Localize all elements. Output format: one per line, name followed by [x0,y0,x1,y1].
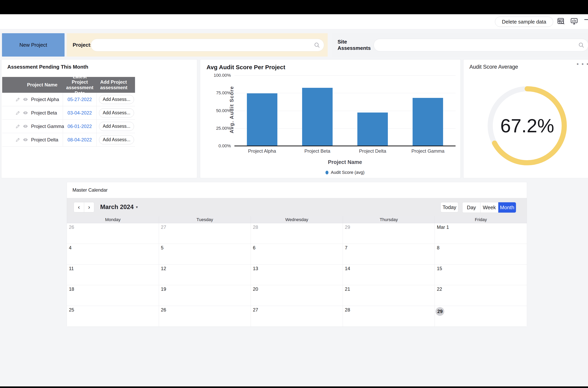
legend-dot-icon [325,171,328,174]
calendar-day-cell[interactable]: 19 [159,285,251,306]
view-icon[interactable] [23,123,28,129]
chevron-down-icon: ▾ [136,205,138,209]
view-icon[interactable] [23,110,28,116]
day-header: Monday [67,216,159,223]
calendar-day-cell[interactable]: 20 [251,285,343,306]
y-tick-label: 100.00% [199,73,231,78]
projects-search-input[interactable] [91,39,324,51]
calendar-month-selector[interactable]: March 2024 ▾ [100,198,138,216]
calendar-day-cell[interactable]: 21 [343,285,435,306]
y-tick-label: 25.00% [199,126,231,131]
calendar-day-cell[interactable]: 4 [67,244,159,265]
data-grid-search-icon[interactable] [557,17,565,26]
y-tick-label: 0.00% [199,143,231,148]
site-assessments-search-input[interactable] [374,39,588,51]
assessment-date-link[interactable]: 08-04-2022 [63,133,97,146]
new-project-button[interactable]: New Project [2,33,65,57]
table-row: Project Alpha05-27-2022Add Assess... [2,93,135,106]
projects-search-panel: Projects [67,33,328,57]
today-marker: 29 [436,307,444,316]
calendar-day-cell[interactable]: 29 [343,223,435,244]
calendar-day-cell[interactable]: 7 [343,244,435,265]
calendar-day-cell[interactable]: 18 [67,285,159,306]
calendar-day-cell[interactable]: 28 [251,223,343,244]
chart-plot-area: 0.00%25.00%50.00%75.00%100.00% Project A… [234,75,455,146]
card-title: Assessment Pending This Month [7,64,88,70]
project-name: Project Gamma [31,123,64,129]
analytics-board-icon[interactable] [570,17,579,26]
calendar-day-cell[interactable]: 26 [159,306,251,326]
calendar-day-cell[interactable]: 27 [251,306,343,326]
column-header-latest-date: Latest Project assessment Date [63,77,97,93]
bar-project-gamma [413,98,443,146]
next-month-button[interactable]: › [84,202,94,212]
view-month-button[interactable]: Month [498,202,516,213]
day-header: Thursday [343,216,435,223]
day-header: Tuesday [159,216,251,223]
calendar-day-cell[interactable]: 5 [159,244,251,265]
add-assessment-button[interactable]: Add Assess... [99,108,134,118]
app-root: Delete sample data New Project [0,0,588,388]
prev-month-button[interactable]: ‹ [74,202,84,212]
month-label: March 2024 [100,203,134,211]
add-assessment-button[interactable]: Add Assess... [99,122,134,131]
calendar-day-cell[interactable]: 28 [343,306,435,326]
audit-score-average-card: • • • Audit Score Average 67.2% [463,59,588,178]
edit-icon[interactable] [15,97,21,102]
column-header-project-name: Project Name [2,77,63,93]
view-week-button[interactable]: Week [480,202,498,213]
calendar-day-cell[interactable]: 12 [159,265,251,285]
master-calendar-card: Master Calendar ‹ › March 2024 ▾ Today D… [67,182,527,327]
search-icon [314,42,320,48]
table-row: Project Beta03-04-2022Add Assess... [2,106,135,120]
edit-icon[interactable] [15,110,21,116]
chart-x-axis-line [234,146,455,146]
calendar-day-cell[interactable]: 29 [435,306,527,326]
gauge-title: Audit Score Average [469,64,518,70]
calendar-title: Master Calendar [73,187,107,193]
view-icon[interactable] [23,97,28,102]
edit-icon[interactable] [15,137,21,142]
calendar-day-cell[interactable]: 13 [251,265,343,285]
edit-icon[interactable] [15,123,21,129]
delete-sample-data-button[interactable]: Delete sample data [495,17,553,27]
today-button[interactable]: Today [441,202,458,212]
y-tick-label: 50.00% [199,108,231,113]
assessment-date-link[interactable]: 06-01-2022 [63,120,97,133]
calendar-toolbar: ‹ › March 2024 ▾ Today DayWeekMonth [67,198,527,216]
table-row: Project Delta08-04-2022Add Assess... [2,133,135,146]
y-tick-label: 75.00% [199,90,231,96]
gridline [234,75,455,75]
avg-audit-score-chart-card: Avg Audit Score Per Project Avg. Audit S… [200,59,461,178]
calendar-day-cell[interactable]: 26 [67,223,159,244]
calendar-day-cell[interactable]: 6 [251,244,343,265]
x-tick-label: Project Delta [350,148,395,154]
legend-entry: Audit Score (avg) [331,170,365,175]
assessment-date-link[interactable]: 05-27-2022 [63,93,97,106]
bar-project-delta [357,113,388,146]
site-assessments-label: Site Assessments [338,33,371,57]
x-tick-label: Project Alpha [239,148,285,154]
assessment-date-link[interactable]: 03-04-2022 [63,106,97,120]
view-icon[interactable] [23,137,28,142]
calendar-day-cell[interactable]: 22 [435,285,527,306]
card-overflow-menu-icon[interactable]: • • • [577,61,588,68]
column-header-add-assessment: Add Project assessment [97,77,135,93]
pending-table-header: Project Name Latest Project assessment D… [2,77,135,93]
calendar-nav-group: ‹ › [74,202,94,212]
day-header: Wednesday [251,216,343,223]
calendar-day-cell[interactable]: Mar 1 [435,223,527,244]
view-day-button[interactable]: Day [462,202,480,213]
calendar-day-cell[interactable]: 25 [67,306,159,326]
expand-corner-icon[interactable] [583,17,588,26]
x-tick-label: Project Gamma [405,148,451,154]
calendar-day-cell[interactable]: 14 [343,265,435,285]
calendar-day-cell[interactable]: 11 [67,265,159,285]
calendar-day-cell[interactable]: 15 [435,265,527,285]
calendar-day-cell[interactable]: 8 [435,244,527,265]
project-name: Project Delta [31,137,58,143]
search-icon [578,42,585,48]
add-assessment-button[interactable]: Add Assess... [99,135,134,144]
add-assessment-button[interactable]: Add Assess... [99,95,134,104]
calendar-day-cell[interactable]: 27 [159,223,251,244]
